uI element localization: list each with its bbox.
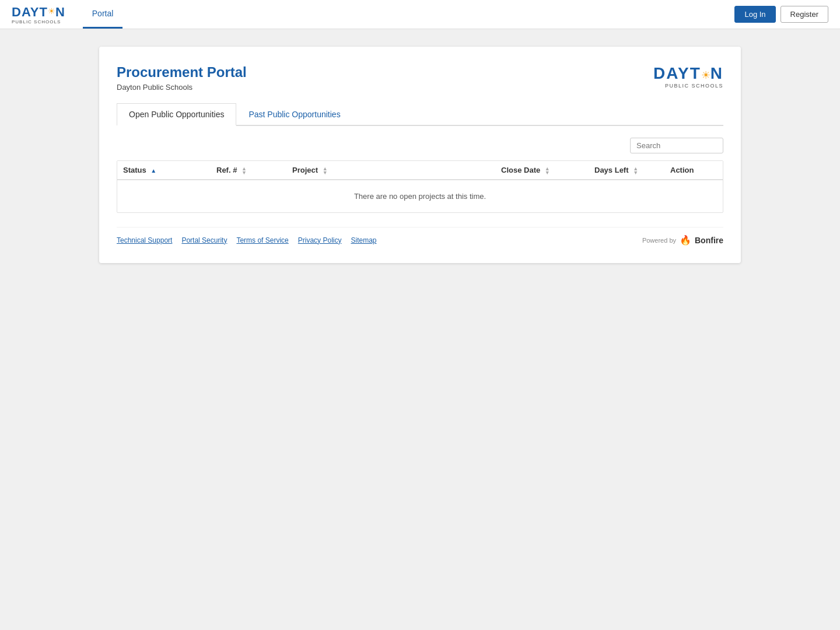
nav-logo: DAYT☀N PUBLIC SCHOOLS bbox=[12, 5, 65, 24]
header-logo-text-n: N bbox=[710, 64, 723, 82]
sort-icon-project: ▲▼ bbox=[323, 167, 328, 174]
nav-link-portal[interactable]: Portal bbox=[83, 0, 123, 29]
tab-past-opportunities[interactable]: Past Public Opportunities bbox=[236, 103, 352, 125]
footer-link-technical-support[interactable]: Technical Support bbox=[117, 236, 172, 244]
powered-by-text: Powered by bbox=[642, 237, 676, 244]
logo-sub-text: PUBLIC SCHOOLS bbox=[12, 20, 65, 24]
search-input[interactable] bbox=[630, 138, 723, 153]
portal-subtitle: Dayton Public Schools bbox=[117, 83, 247, 92]
nav-right: Log In Register bbox=[734, 6, 828, 23]
tabs: Open Public Opportunities Past Public Op… bbox=[117, 103, 723, 126]
data-table: Status ▲ Ref. # ▲▼ Project ▲▼ Close Date… bbox=[117, 160, 723, 213]
footer-link-portal-security[interactable]: Portal Security bbox=[181, 236, 227, 244]
logo-text-dayt: DAYT bbox=[12, 5, 48, 19]
col-header-days-left[interactable]: Days Left ▲▼ bbox=[594, 166, 670, 174]
logo-text-n: N bbox=[55, 5, 65, 19]
tab-open-opportunities[interactable]: Open Public Opportunities bbox=[117, 103, 236, 126]
nav-links: Portal bbox=[83, 0, 123, 29]
sort-icon-days-left: ▲▼ bbox=[633, 167, 638, 174]
header-logo-text-dayt: DAYT bbox=[653, 64, 701, 82]
portal-title: Procurement Portal bbox=[117, 64, 247, 80]
sort-icon-status: ▲ bbox=[150, 167, 156, 174]
col-header-project[interactable]: Project ▲▼ bbox=[292, 166, 501, 174]
main-container: Procurement Portal Dayton Public Schools… bbox=[99, 47, 741, 263]
col-header-close-date[interactable]: Close Date ▲▼ bbox=[501, 166, 594, 174]
footer-link-privacy[interactable]: Privacy Policy bbox=[298, 236, 342, 244]
col-header-ref[interactable]: Ref. # ▲▼ bbox=[216, 166, 292, 174]
register-button[interactable]: Register bbox=[780, 6, 828, 23]
table-header: Status ▲ Ref. # ▲▼ Project ▲▼ Close Date… bbox=[117, 161, 723, 180]
col-header-action: Action bbox=[670, 166, 717, 174]
search-bar bbox=[117, 138, 723, 153]
portal-header: Procurement Portal Dayton Public Schools… bbox=[117, 64, 723, 92]
sort-icon-ref: ▲▼ bbox=[242, 167, 247, 174]
page-footer: Technical Support Portal Security Terms … bbox=[117, 227, 723, 246]
header-logo-sub-text: PUBLIC SCHOOLS bbox=[653, 83, 723, 89]
bonfire-icon: 🔥 bbox=[680, 235, 691, 246]
col-header-status[interactable]: Status ▲ bbox=[123, 166, 216, 174]
footer-links: Technical Support Portal Security Terms … bbox=[117, 236, 377, 244]
bonfire-brand: Bonfire bbox=[695, 236, 723, 245]
logo-sun-icon: ☀ bbox=[48, 6, 55, 16]
powered-by: Powered by 🔥 Bonfire bbox=[642, 235, 723, 246]
table-empty-message: There are no open projects at this time. bbox=[117, 180, 723, 212]
footer-link-terms[interactable]: Terms of Service bbox=[236, 236, 288, 244]
portal-title-block: Procurement Portal Dayton Public Schools bbox=[117, 64, 247, 92]
footer-link-sitemap[interactable]: Sitemap bbox=[351, 236, 376, 244]
sort-icon-close-date: ▲▼ bbox=[545, 167, 550, 174]
login-button[interactable]: Log In bbox=[734, 6, 775, 23]
header-logo-sun-icon: ☀ bbox=[701, 69, 710, 81]
nav-bar: DAYT☀N PUBLIC SCHOOLS Portal Log In Regi… bbox=[0, 0, 840, 29]
header-logo-block: DAYT☀N PUBLIC SCHOOLS bbox=[653, 64, 723, 89]
